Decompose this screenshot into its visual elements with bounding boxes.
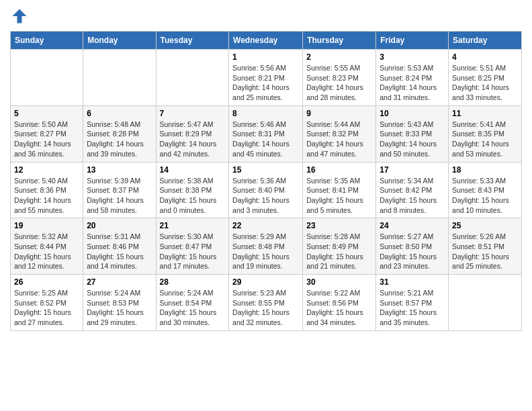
calendar-cell: 6Sunrise: 5:48 AM Sunset: 8:28 PM Daylig…: [83, 105, 156, 162]
day-of-week-header: Thursday: [303, 32, 376, 50]
day-number: 29: [232, 277, 299, 287]
day-info: Sunrise: 5:31 AM Sunset: 8:46 PM Dayligh…: [87, 232, 152, 271]
calendar-cell: 14Sunrise: 5:38 AM Sunset: 8:38 PM Dayli…: [156, 162, 229, 218]
calendar-cell: 10Sunrise: 5:43 AM Sunset: 8:33 PM Dayli…: [376, 105, 449, 162]
day-number: 14: [160, 165, 226, 175]
day-info: Sunrise: 5:41 AM Sunset: 8:35 PM Dayligh…: [452, 120, 518, 159]
calendar-cell: 18Sunrise: 5:33 AM Sunset: 8:43 PM Dayli…: [449, 162, 522, 218]
calendar-cell: 31Sunrise: 5:21 AM Sunset: 8:57 PM Dayli…: [376, 275, 449, 331]
day-number: 15: [232, 165, 299, 175]
calendar-cell: 24Sunrise: 5:27 AM Sunset: 8:50 PM Dayli…: [376, 218, 449, 275]
calendar-cell: 25Sunrise: 5:26 AM Sunset: 8:51 PM Dayli…: [449, 218, 522, 275]
calendar-week-row: 5Sunrise: 5:50 AM Sunset: 8:27 PM Daylig…: [11, 105, 522, 162]
day-info: Sunrise: 5:43 AM Sunset: 8:33 PM Dayligh…: [380, 120, 445, 159]
day-number: 21: [160, 221, 226, 230]
calendar-cell: 21Sunrise: 5:30 AM Sunset: 8:47 PM Dayli…: [156, 218, 229, 275]
day-info: Sunrise: 5:23 AM Sunset: 8:55 PM Dayligh…: [232, 288, 299, 328]
day-info: Sunrise: 5:50 AM Sunset: 8:27 PM Dayligh…: [14, 120, 79, 159]
day-number: 13: [87, 165, 152, 175]
calendar-cell: 13Sunrise: 5:39 AM Sunset: 8:37 PM Dayli…: [83, 162, 156, 218]
day-info: Sunrise: 5:56 AM Sunset: 8:21 PM Dayligh…: [232, 63, 299, 103]
day-number: 22: [232, 221, 299, 230]
calendar-cell: 27Sunrise: 5:24 AM Sunset: 8:53 PM Dayli…: [83, 275, 156, 331]
day-info: Sunrise: 5:39 AM Sunset: 8:37 PM Dayligh…: [87, 176, 152, 216]
day-info: Sunrise: 5:38 AM Sunset: 8:38 PM Dayligh…: [160, 176, 226, 216]
day-info: Sunrise: 5:29 AM Sunset: 8:48 PM Dayligh…: [232, 232, 299, 271]
calendar-cell: 9Sunrise: 5:44 AM Sunset: 8:32 PM Daylig…: [303, 105, 376, 162]
day-number: 1: [232, 52, 299, 62]
day-info: Sunrise: 5:32 AM Sunset: 8:44 PM Dayligh…: [14, 232, 79, 271]
calendar-table: SundayMondayTuesdayWednesdayThursdayFrid…: [10, 31, 522, 331]
calendar-cell: 1Sunrise: 5:56 AM Sunset: 8:21 PM Daylig…: [229, 50, 303, 106]
day-info: Sunrise: 5:30 AM Sunset: 8:47 PM Dayligh…: [160, 232, 226, 271]
calendar-cell: 20Sunrise: 5:31 AM Sunset: 8:46 PM Dayli…: [83, 218, 156, 275]
day-number: 18: [452, 165, 518, 175]
day-info: Sunrise: 5:25 AM Sunset: 8:52 PM Dayligh…: [14, 288, 79, 328]
calendar-cell: 16Sunrise: 5:35 AM Sunset: 8:41 PM Dayli…: [303, 162, 376, 218]
calendar-cell: [449, 275, 522, 331]
day-number: 9: [306, 109, 372, 118]
day-info: Sunrise: 5:55 AM Sunset: 8:23 PM Dayligh…: [306, 63, 372, 103]
calendar-cell: [83, 50, 156, 106]
calendar-cell: 15Sunrise: 5:36 AM Sunset: 8:40 PM Dayli…: [229, 162, 303, 218]
calendar-header-row: SundayMondayTuesdayWednesdayThursdayFrid…: [11, 32, 522, 50]
day-number: 2: [306, 52, 372, 62]
calendar-cell: 5Sunrise: 5:50 AM Sunset: 8:27 PM Daylig…: [11, 105, 83, 162]
day-info: Sunrise: 5:26 AM Sunset: 8:51 PM Dayligh…: [452, 232, 518, 271]
day-number: 24: [380, 221, 445, 230]
day-number: 26: [14, 277, 79, 287]
day-number: 20: [87, 221, 152, 230]
day-info: Sunrise: 5:22 AM Sunset: 8:56 PM Dayligh…: [306, 288, 372, 328]
day-number: 19: [14, 221, 79, 230]
day-info: Sunrise: 5:33 AM Sunset: 8:43 PM Dayligh…: [452, 176, 518, 216]
day-number: 10: [380, 109, 445, 118]
calendar-cell: 29Sunrise: 5:23 AM Sunset: 8:55 PM Dayli…: [229, 275, 303, 331]
day-info: Sunrise: 5:47 AM Sunset: 8:29 PM Dayligh…: [160, 120, 226, 159]
logo-icon: [10, 7, 29, 26]
calendar-cell: 28Sunrise: 5:24 AM Sunset: 8:54 PM Dayli…: [156, 275, 229, 331]
logo: [10, 7, 32, 26]
day-number: 5: [14, 109, 79, 118]
calendar-cell: [156, 50, 229, 106]
calendar-week-row: 12Sunrise: 5:40 AM Sunset: 8:36 PM Dayli…: [11, 162, 522, 218]
day-of-week-header: Saturday: [449, 32, 522, 50]
day-number: 16: [306, 165, 372, 175]
day-number: 23: [306, 221, 372, 230]
day-info: Sunrise: 5:40 AM Sunset: 8:36 PM Dayligh…: [14, 176, 79, 216]
day-of-week-header: Friday: [376, 32, 449, 50]
calendar-cell: 12Sunrise: 5:40 AM Sunset: 8:36 PM Dayli…: [11, 162, 83, 218]
day-info: Sunrise: 5:35 AM Sunset: 8:41 PM Dayligh…: [306, 176, 372, 216]
page-header: [10, 7, 522, 26]
day-number: 6: [87, 109, 152, 118]
day-info: Sunrise: 5:24 AM Sunset: 8:53 PM Dayligh…: [87, 288, 152, 328]
day-info: Sunrise: 5:46 AM Sunset: 8:31 PM Dayligh…: [232, 120, 299, 159]
day-info: Sunrise: 5:34 AM Sunset: 8:42 PM Dayligh…: [380, 176, 445, 216]
day-number: 28: [160, 277, 226, 287]
calendar-cell: 7Sunrise: 5:47 AM Sunset: 8:29 PM Daylig…: [156, 105, 229, 162]
day-number: 12: [14, 165, 79, 175]
day-number: 31: [380, 277, 445, 287]
day-info: Sunrise: 5:48 AM Sunset: 8:28 PM Dayligh…: [87, 120, 152, 159]
day-number: 4: [452, 52, 518, 62]
calendar-cell: 8Sunrise: 5:46 AM Sunset: 8:31 PM Daylig…: [229, 105, 303, 162]
day-number: 17: [380, 165, 445, 175]
day-number: 3: [380, 52, 445, 62]
day-info: Sunrise: 5:27 AM Sunset: 8:50 PM Dayligh…: [380, 232, 445, 271]
calendar-cell: 26Sunrise: 5:25 AM Sunset: 8:52 PM Dayli…: [11, 275, 83, 331]
day-number: 27: [87, 277, 152, 287]
day-of-week-header: Monday: [83, 32, 156, 50]
calendar-cell: [11, 50, 83, 106]
calendar-week-row: 26Sunrise: 5:25 AM Sunset: 8:52 PM Dayli…: [11, 275, 522, 331]
day-of-week-header: Wednesday: [229, 32, 303, 50]
calendar-cell: 3Sunrise: 5:53 AM Sunset: 8:24 PM Daylig…: [376, 50, 449, 106]
calendar-cell: 19Sunrise: 5:32 AM Sunset: 8:44 PM Dayli…: [11, 218, 83, 275]
day-info: Sunrise: 5:24 AM Sunset: 8:54 PM Dayligh…: [160, 288, 226, 328]
day-info: Sunrise: 5:53 AM Sunset: 8:24 PM Dayligh…: [380, 63, 445, 103]
day-number: 30: [306, 277, 372, 287]
day-info: Sunrise: 5:28 AM Sunset: 8:49 PM Dayligh…: [306, 232, 372, 271]
calendar-cell: 22Sunrise: 5:29 AM Sunset: 8:48 PM Dayli…: [229, 218, 303, 275]
day-number: 8: [232, 109, 299, 118]
day-number: 7: [160, 109, 226, 118]
calendar-week-row: 1Sunrise: 5:56 AM Sunset: 8:21 PM Daylig…: [11, 50, 522, 106]
day-info: Sunrise: 5:51 AM Sunset: 8:25 PM Dayligh…: [452, 63, 518, 103]
